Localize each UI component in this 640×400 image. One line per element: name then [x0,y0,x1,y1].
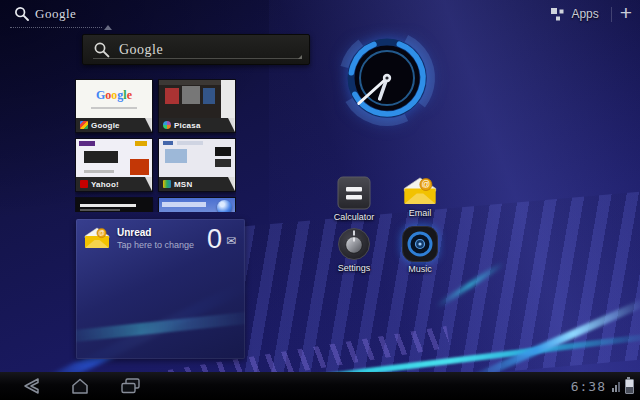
search-underline [10,27,102,28]
svg-text:@: @ [98,229,105,236]
mail-glyph-icon: ✉ [226,234,236,248]
search-icon [14,6,30,22]
email-widget-title: Unread [117,227,194,238]
google-favicon [80,121,88,129]
widget-streak [76,311,245,344]
search-input-notch [298,55,302,59]
search-trigger-label: Google [35,6,76,22]
bookmark-label: Google [76,118,152,132]
google-logo-text: Google [119,42,163,58]
apps-grid-icon [550,7,565,22]
bookmark-google[interactable]: Google Google [75,79,153,133]
back-icon [15,376,45,396]
bookmark-partial-thumbnail [159,198,235,212]
system-bar: 6:38 [0,372,640,400]
bookmark-partial-left[interactable] [75,197,153,212]
action-bar-divider [611,7,612,22]
google-search-widget[interactable]: Google [82,34,310,65]
app-label: Settings [338,263,371,273]
app-label: Email [409,208,432,218]
search-caret [104,25,112,30]
settings-icon [337,227,371,261]
email-widget-subtitle: Tap here to change [117,240,194,250]
bookmark-label: Yahoo! [76,177,152,191]
wallpaper-ridges [243,190,640,395]
bookmark-yahoo-thumbnail [76,139,152,177]
recent-apps-icon [115,376,145,396]
apps-button[interactable]: Apps [550,7,598,22]
calculator-icon [337,176,371,210]
app-label: Music [408,264,432,274]
svg-text:@: @ [422,179,431,189]
bookmark-partial-thumbnail [76,198,152,212]
home-screen: Google Apps + Google [0,0,640,400]
search-input-underline [93,58,300,59]
battery-icon [625,379,634,394]
msn-favicon [163,180,171,188]
home-button[interactable] [62,375,98,397]
signal-icon [612,381,620,392]
recent-apps-button[interactable] [112,375,148,397]
back-button[interactable] [12,375,48,397]
yahoo-favicon [80,180,88,188]
bookmark-google-thumbnail: Google [76,80,152,118]
status-area[interactable]: 6:38 [571,379,634,394]
apps-button-label: Apps [571,7,598,21]
analog-clock-widget[interactable] [331,24,443,136]
bookmark-msn[interactable]: MSN [158,138,236,192]
email-unread-widget[interactable]: @ Unread Tap here to change 0 ✉ [76,219,245,359]
app-shortcut-settings[interactable]: Settings [325,227,383,273]
app-shortcut-calculator[interactable]: Calculator [325,176,383,222]
home-icon [65,376,95,396]
bookmark-msn-thumbnail [159,139,235,177]
action-bar: Google Apps + [0,0,640,28]
app-label: Calculator [334,212,375,222]
search-icon [93,41,111,59]
app-shortcut-email[interactable]: @ Email [391,176,449,218]
app-shortcut-music[interactable]: Music [391,226,449,274]
bookmarks-widget: Google Google Picasa [75,79,236,212]
bookmark-label: Picasa [159,118,235,132]
music-icon [402,226,438,262]
add-widget-button[interactable]: + [616,3,640,25]
globe-icon [217,200,232,212]
bookmark-picasa[interactable]: Picasa [158,79,236,133]
bookmark-partial-right[interactable] [158,197,236,212]
picasa-favicon [163,121,171,129]
email-app-icon: @ [403,176,437,206]
bookmark-label: MSN [159,177,235,191]
analog-clock-face [331,24,443,136]
bookmark-picasa-thumbnail [159,80,235,118]
bookmark-yahoo[interactable]: Yahoo! [75,138,153,192]
clock-time: 6:38 [571,379,606,394]
unread-count: 0 [207,227,222,251]
envelope-icon: @ [84,227,110,249]
google-search-trigger[interactable]: Google [14,2,76,26]
